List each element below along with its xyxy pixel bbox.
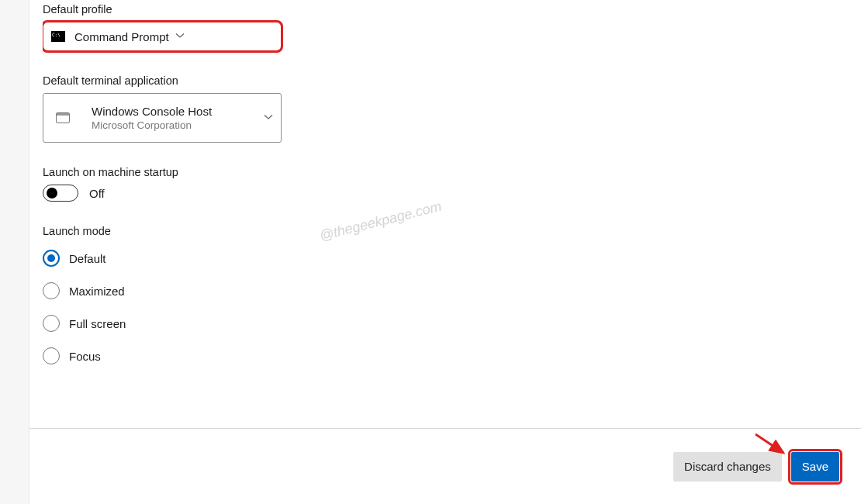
launch-on-startup-section: Launch on machine startup Off — [43, 166, 861, 202]
launch-mode-option-fullscreen[interactable]: Full screen — [43, 315, 861, 332]
sidebar-edge — [0, 0, 29, 504]
default-profile-value: Command Prompt — [74, 30, 169, 43]
radio-indicator — [43, 282, 60, 299]
console-host-icon — [56, 112, 70, 123]
radio-indicator — [43, 250, 60, 267]
radio-label: Full screen — [69, 317, 126, 330]
launch-mode-radio-group: Default Maximized Full screen Focus — [43, 250, 861, 364]
default-profile-section: Default profile Command Prompt — [43, 3, 861, 51]
default-terminal-primary: Windows Console Host — [92, 105, 258, 118]
settings-content: Default profile Command Prompt Default t… — [43, 3, 861, 426]
default-terminal-text: Windows Console Host Microsoft Corporati… — [92, 105, 258, 131]
launch-on-startup-toggle[interactable] — [43, 185, 78, 202]
launch-on-startup-row: Off — [43, 185, 861, 202]
default-terminal-secondary: Microsoft Corporation — [92, 119, 258, 131]
discard-changes-button[interactable]: Discard changes — [673, 452, 782, 482]
radio-indicator — [43, 347, 60, 364]
default-terminal-label: Default terminal application — [43, 74, 861, 87]
chevron-down-icon — [264, 111, 273, 125]
save-button[interactable]: Save — [791, 452, 839, 482]
default-terminal-section: Default terminal application Windows Con… — [43, 74, 861, 143]
launch-mode-option-maximized[interactable]: Maximized — [43, 282, 861, 299]
default-profile-label: Default profile — [43, 3, 861, 16]
radio-label: Focus — [69, 350, 101, 363]
launch-mode-option-focus[interactable]: Focus — [43, 347, 861, 364]
command-prompt-icon — [51, 31, 65, 42]
default-profile-dropdown[interactable]: Command Prompt — [43, 22, 282, 51]
chevron-down-icon — [175, 29, 185, 43]
default-terminal-dropdown[interactable]: Windows Console Host Microsoft Corporati… — [43, 93, 282, 143]
toggle-knob — [47, 188, 57, 198]
launch-on-startup-state: Off — [89, 187, 105, 200]
radio-label: Maximized — [69, 285, 125, 298]
radio-indicator — [43, 315, 60, 332]
footer-bar: Discard changes Save — [29, 428, 861, 504]
launch-mode-label: Launch mode — [43, 225, 861, 237]
launch-mode-section: Launch mode Default Maximized Full scree… — [43, 225, 861, 364]
radio-label: Default — [69, 252, 106, 265]
launch-mode-option-default[interactable]: Default — [43, 250, 861, 267]
launch-on-startup-label: Launch on machine startup — [43, 166, 861, 178]
